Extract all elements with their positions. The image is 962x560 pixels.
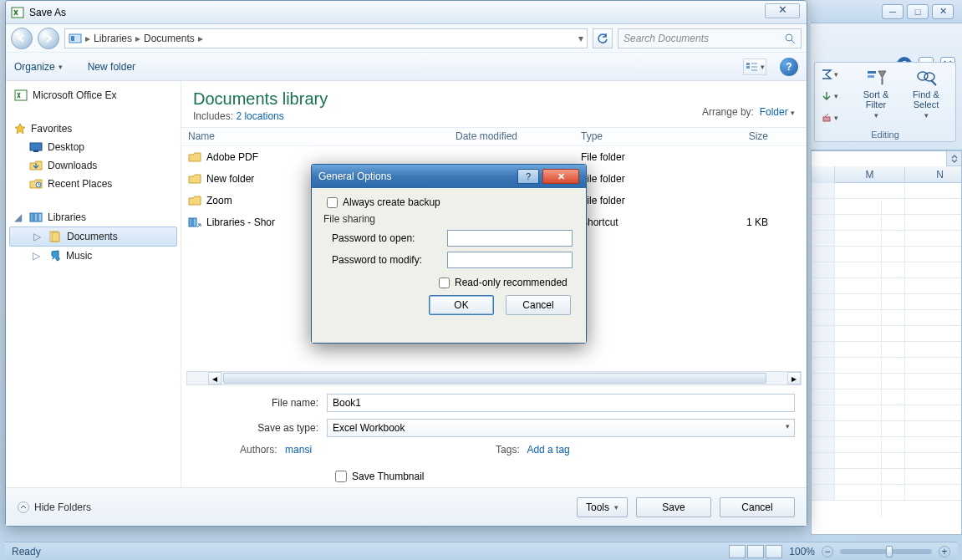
navigation-pane: Microsoft Office Ex Favorites Desktop Do…: [6, 81, 181, 487]
documents-icon: [48, 231, 62, 242]
new-folder-button[interactable]: New folder: [88, 61, 135, 73]
svg-rect-3: [12, 8, 23, 18]
svg-rect-5: [71, 36, 74, 41]
scroll-right-button[interactable]: ▸: [787, 372, 801, 384]
arrange-value[interactable]: Folder ▾: [760, 106, 795, 118]
collapse-icon[interactable]: ◢: [14, 211, 24, 223]
ok-button[interactable]: OK: [429, 295, 494, 315]
col-date[interactable]: Date modified: [449, 128, 574, 145]
search-input[interactable]: Search Documents: [618, 28, 802, 48]
nav-recent-places[interactable]: Recent Places: [9, 175, 177, 193]
col-type[interactable]: Type: [574, 128, 691, 145]
expand-icon[interactable]: ▷: [33, 250, 43, 262]
hide-folders-button[interactable]: Hide Folders: [18, 501, 91, 513]
svg-point-2: [924, 73, 934, 81]
breadcrumb-documents[interactable]: Documents: [144, 33, 195, 44]
svg-rect-10: [30, 143, 42, 150]
view-options-button[interactable]: ▾: [743, 59, 766, 75]
nav-favorites[interactable]: Favorites: [9, 120, 177, 138]
spreadsheet-grid[interactable]: M N: [811, 150, 962, 535]
cancel-button[interactable]: Cancel: [720, 497, 795, 517]
always-backup-checkbox[interactable]: [327, 197, 338, 208]
footer-row: Hide Folders Tools▾ Save Cancel: [6, 487, 807, 526]
editing-group-label: Editing: [815, 130, 955, 140]
breadcrumb[interactable]: ▸ Libraries ▸ Documents ▸ ▾: [64, 28, 588, 48]
dialog-titlebar[interactable]: Save As ✕: [6, 1, 807, 24]
excel-file-icon: [14, 89, 28, 101]
search-icon: [784, 33, 796, 44]
minimize-button[interactable]: ─: [882, 4, 903, 19]
nav-music[interactable]: ▷ Music: [9, 247, 177, 265]
nav-documents[interactable]: ▷ Documents: [9, 227, 177, 247]
expand-formula-bar-button[interactable]: [946, 151, 961, 166]
help-button[interactable]: ?: [780, 58, 798, 76]
svg-rect-0: [823, 117, 830, 121]
modal-titlebar[interactable]: General Options ? ✕: [312, 165, 586, 188]
modal-close-button[interactable]: ✕: [542, 169, 579, 184]
zoom-level[interactable]: 100%: [789, 546, 815, 557]
column-header-m[interactable]: M: [835, 166, 905, 183]
nav-downloads[interactable]: Downloads: [9, 156, 177, 175]
filename-input[interactable]: [327, 394, 795, 412]
ribbon-area: ? ─ ▾ ▾ ▾ Sor: [811, 23, 962, 150]
save-button[interactable]: Save: [636, 497, 711, 517]
close-window-button[interactable]: ✕: [932, 4, 954, 19]
sort-filter-label: Sort & Filter: [855, 89, 897, 109]
zoom-in-button[interactable]: +: [939, 546, 950, 557]
clear-button[interactable]: ▾: [818, 109, 847, 126]
sort-filter-button[interactable]: Sort & Filter ▾: [855, 66, 897, 120]
select-all-corner[interactable]: [812, 166, 835, 183]
scroll-left-button[interactable]: ◂: [208, 372, 221, 384]
chevron-right-icon: ▸: [135, 33, 140, 44]
breadcrumb-libraries[interactable]: Libraries: [94, 33, 132, 44]
save-thumbnail-checkbox[interactable]: [335, 471, 347, 482]
fill-button[interactable]: ▾: [818, 88, 847, 104]
modal-cancel-button[interactable]: Cancel: [506, 295, 571, 315]
always-backup-label: Always create backup: [343, 196, 440, 208]
maximize-button[interactable]: □: [907, 4, 929, 19]
password-modify-input[interactable]: [447, 252, 573, 268]
zoom-slider[interactable]: [840, 549, 932, 554]
dialog-close-button[interactable]: ✕: [765, 3, 800, 18]
general-options-dialog: General Options ? ✕ Always create backup…: [311, 164, 587, 344]
includes-link[interactable]: 2 locations: [236, 110, 283, 122]
zoom-slider-knob[interactable]: [886, 546, 893, 557]
horizontal-scrollbar[interactable]: ◂ ▸: [186, 371, 802, 385]
find-select-button[interactable]: Find & Select ▾: [905, 66, 947, 120]
view-mode-buttons: [729, 545, 782, 558]
history-dropdown-icon[interactable]: ▾: [578, 33, 583, 44]
col-size[interactable]: Size: [691, 128, 775, 145]
svg-rect-13: [30, 213, 33, 221]
organize-button[interactable]: Organize ▾: [14, 61, 63, 73]
page-break-view-button[interactable]: [766, 545, 782, 558]
autosum-button[interactable]: ▾: [818, 66, 847, 83]
chevron-right-icon: ▸: [198, 33, 203, 44]
nav-desktop[interactable]: Desktop: [9, 138, 177, 156]
shortcut-icon: [188, 216, 201, 229]
normal-view-button[interactable]: [729, 545, 746, 558]
zoom-out-button[interactable]: −: [822, 546, 833, 557]
password-open-input[interactable]: [447, 230, 573, 247]
nav-office-templates[interactable]: Microsoft Office Ex: [9, 86, 177, 104]
downloads-icon: [29, 160, 43, 171]
tags-value[interactable]: Add a tag: [527, 444, 569, 456]
savetype-select[interactable]: [327, 419, 795, 437]
nav-libraries[interactable]: ◢ Libraries: [9, 208, 177, 227]
tools-button[interactable]: Tools▾: [577, 497, 628, 517]
status-bar: Ready 100% − +: [5, 542, 957, 560]
col-name[interactable]: Name: [181, 128, 449, 145]
forward-button[interactable]: [38, 28, 59, 49]
expand-icon[interactable]: ▷: [33, 231, 43, 242]
readonly-checkbox[interactable]: [439, 277, 450, 288]
find-select-label: Find & Select: [905, 89, 947, 109]
library-icon: [69, 33, 82, 44]
refresh-button[interactable]: [593, 28, 613, 48]
scroll-thumb[interactable]: [223, 373, 766, 384]
back-button[interactable]: [11, 28, 33, 49]
modal-help-button[interactable]: ?: [517, 169, 539, 184]
svg-rect-18: [189, 218, 192, 227]
column-header-n[interactable]: N: [905, 166, 962, 183]
authors-value[interactable]: mansi: [285, 444, 312, 456]
authors-label: Authors:: [240, 444, 277, 456]
page-layout-view-button[interactable]: [747, 545, 764, 558]
